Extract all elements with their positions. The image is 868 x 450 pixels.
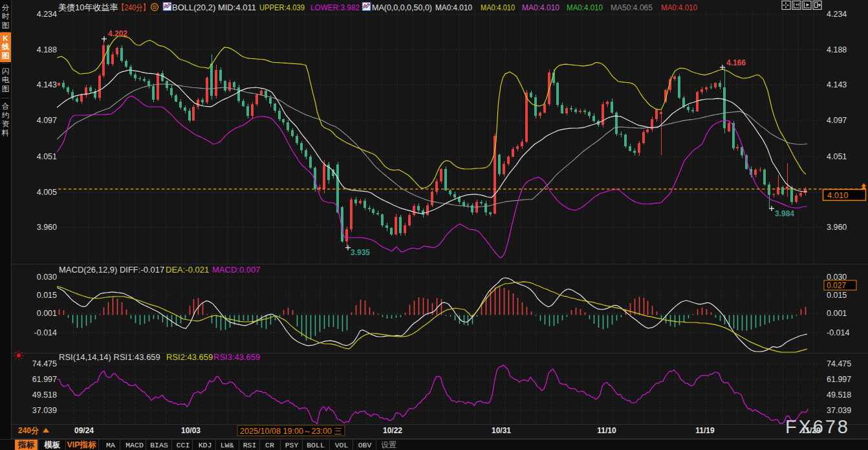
svg-text:4.143: 4.143 [37,80,57,89]
svg-text:MA0:4.010: MA0:4.010 [661,3,697,12]
svg-text:4.010: 4.010 [827,190,849,200]
svg-text:10/22: 10/22 [383,426,402,435]
svg-text:4.234: 4.234 [37,10,57,19]
svg-text:4.051: 4.051 [37,152,57,161]
svg-text:0.001: 0.001 [37,309,57,318]
svg-text:UPPER:4.039: UPPER:4.039 [259,3,305,12]
svg-text:MA0:4.010: MA0:4.010 [481,3,515,12]
svg-text:MA0:4.010: MA0:4.010 [522,3,559,12]
svg-text:3.960: 3.960 [37,223,57,232]
svg-text:0.015: 0.015 [37,291,57,300]
svg-text:11/10: 11/10 [597,426,616,435]
svg-text:RSI3:43.659: RSI3:43.659 [213,352,260,362]
svg-text:MA0:4.010: MA0:4.010 [567,3,603,12]
svg-text:74.475: 74.475 [827,359,851,368]
svg-text:4.143: 4.143 [827,80,847,89]
svg-text:37.039: 37.039 [32,406,57,415]
svg-text:0.015: 0.015 [827,291,847,300]
svg-text:MACD(26,12,9) DIFF:-0.017: MACD(26,12,9) DIFF:-0.017 [59,265,164,275]
svg-text:49.518: 49.518 [32,390,57,399]
svg-text:-0.014: -0.014 [827,328,849,337]
svg-text:4.234: 4.234 [827,10,847,19]
svg-text:0.027: 0.027 [827,281,846,290]
svg-text:3.984: 3.984 [775,209,794,218]
svg-text:61.997: 61.997 [32,375,57,384]
svg-text:RSI2:43.659: RSI2:43.659 [166,352,213,362]
svg-text:4.051: 4.051 [827,152,847,161]
svg-text:09/24: 09/24 [74,426,94,435]
svg-text:BOLL(20,2) MID:4.011: BOLL(20,2) MID:4.011 [172,3,256,12]
svg-text:4.188: 4.188 [827,45,847,54]
svg-text:RSI(14,14,14) RSI1:43.659: RSI(14,14,14) RSI1:43.659 [59,352,160,362]
svg-text:74.475: 74.475 [32,359,57,368]
svg-text:4.202: 4.202 [108,29,127,38]
svg-text:49.518: 49.518 [827,390,851,399]
svg-text:美债10年收益率: 美债10年收益率 [58,3,118,12]
svg-text:4.097: 4.097 [37,116,57,125]
svg-text:3.960: 3.960 [827,223,847,232]
svg-text:0.030: 0.030 [37,273,57,282]
svg-text:MA0:4.010: MA0:4.010 [435,3,472,12]
svg-text:10/31: 10/31 [492,426,511,435]
svg-text:DEA:-0.021: DEA:-0.021 [166,265,209,275]
svg-text:2025/10/08 19:00～23:00 三: 2025/10/08 19:00～23:00 三 [240,427,342,436]
svg-text:10/03: 10/03 [181,426,201,435]
svg-text:MA50:4.065: MA50:4.065 [611,3,653,12]
svg-text:0.001: 0.001 [827,309,847,318]
svg-text:4.005: 4.005 [37,188,57,197]
svg-text:61.997: 61.997 [827,375,851,384]
svg-text:4.166: 4.166 [726,58,746,67]
svg-text:FX678: FX678 [785,416,848,437]
svg-text:240分: 240分 [18,426,39,435]
svg-text:-0.014: -0.014 [34,328,57,337]
svg-text:LOWER:3.982: LOWER:3.982 [310,3,360,12]
svg-text:3.935: 3.935 [351,248,370,257]
svg-text:【240分】: 【240分】 [118,3,149,12]
svg-text:MACD:0.007: MACD:0.007 [212,265,260,275]
svg-text:4.097: 4.097 [827,116,847,125]
svg-text:37.039: 37.039 [827,406,851,415]
svg-text:MA(0,0,0,0,50,0): MA(0,0,0,0,50,0) [372,3,432,12]
svg-text:11/19: 11/19 [695,426,715,435]
svg-text:4.188: 4.188 [37,45,57,54]
